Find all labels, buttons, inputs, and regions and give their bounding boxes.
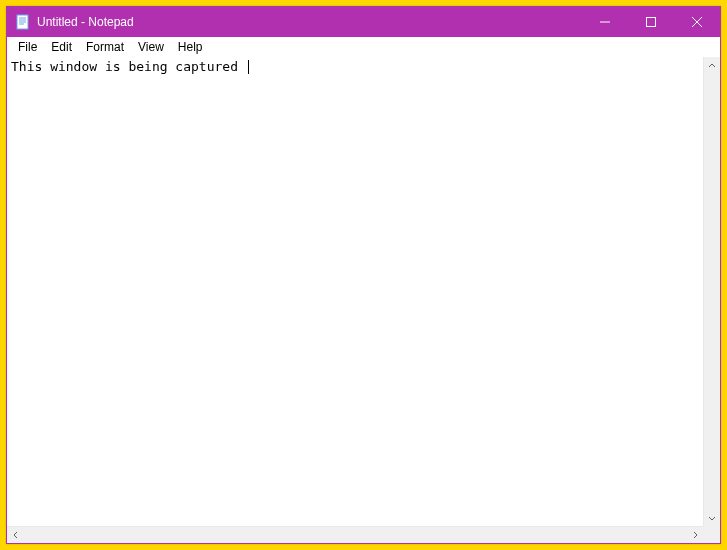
- chevron-up-icon: [708, 62, 716, 70]
- chevron-down-icon: [708, 514, 716, 522]
- window-title: Untitled - Notepad: [37, 7, 582, 37]
- menu-bar: File Edit Format View Help: [7, 37, 720, 57]
- chevron-right-icon: [691, 531, 699, 539]
- menu-view[interactable]: View: [131, 38, 171, 56]
- minimize-button[interactable]: [582, 7, 628, 37]
- minimize-icon: [600, 17, 610, 27]
- menu-edit[interactable]: Edit: [44, 38, 79, 56]
- maximize-icon: [646, 17, 656, 27]
- notepad-icon: [15, 14, 31, 30]
- notepad-window: Untitled - Notepad File Edit Fo: [6, 6, 721, 544]
- vertical-scroll-track[interactable]: [704, 74, 720, 509]
- horizontal-scroll-track[interactable]: [24, 527, 686, 543]
- chevron-left-icon: [12, 531, 20, 539]
- svg-rect-6: [647, 18, 656, 27]
- title-bar[interactable]: Untitled - Notepad: [7, 7, 720, 37]
- close-icon: [692, 17, 702, 27]
- menu-help[interactable]: Help: [171, 38, 210, 56]
- scroll-right-button[interactable]: [686, 527, 703, 543]
- scroll-left-button[interactable]: [7, 527, 24, 543]
- scrollbar-corner: [703, 526, 720, 543]
- horizontal-scrollbar[interactable]: [7, 526, 703, 543]
- close-button[interactable]: [674, 7, 720, 37]
- scroll-down-button[interactable]: [704, 509, 720, 526]
- menu-file[interactable]: File: [11, 38, 44, 56]
- editor-text: This window is being captured: [11, 59, 246, 74]
- maximize-button[interactable]: [628, 7, 674, 37]
- text-editor[interactable]: This window is being captured: [7, 57, 703, 526]
- editor-area: This window is being captured: [7, 57, 720, 543]
- window-controls: [582, 7, 720, 37]
- menu-format[interactable]: Format: [79, 38, 131, 56]
- scroll-up-button[interactable]: [704, 57, 720, 74]
- vertical-scrollbar[interactable]: [703, 57, 720, 526]
- text-cursor: [248, 60, 249, 74]
